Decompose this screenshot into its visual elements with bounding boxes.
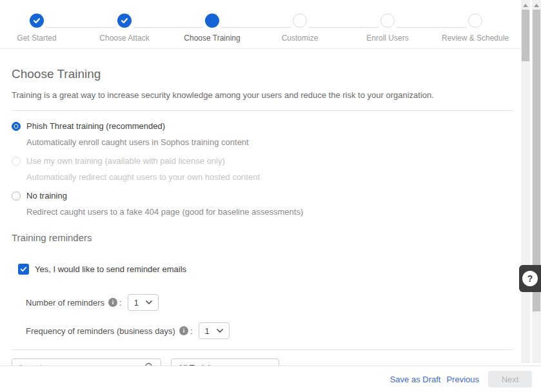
training-options-group: Phish Threat training (recommended) Auto… [0,111,521,217]
question-mark-icon: ? [522,271,538,286]
step-label: Choose Training [168,34,256,43]
step-choose-attack[interactable]: Choose Attack [81,10,168,43]
radio-selected-icon[interactable] [12,122,21,131]
step-complete-circle [30,14,44,28]
step-label: Review & Schedule [431,34,519,43]
scroll-up-arrow-icon[interactable] [534,4,539,7]
radio-no-training[interactable]: No training [12,191,509,201]
option-no-training: No training Redirect caught users to a f… [12,191,509,217]
step-active-circle [205,14,219,28]
wizard-footer: Save as Draft Previous Next [0,366,541,392]
check-icon [33,17,41,24]
main-content: Choose Training Training is a great way … [0,49,521,377]
radio-phish-threat-training[interactable]: Phish Threat training (recommended) [12,121,509,131]
number-of-reminders-row: Number of reminders i : 1 [26,294,521,311]
step-label: Enroll Users [344,34,431,43]
step-upcoming-circle [293,14,307,28]
page-title: Choose Training [12,67,509,81]
checkbox-checked-icon[interactable] [18,264,29,275]
frequency-of-reminders-select[interactable]: 1 [199,322,230,339]
colon: : [119,298,122,308]
info-icon[interactable]: i [108,298,117,307]
content-scrollbar[interactable] [521,0,530,363]
option-label: Phish Threat training (recommended) [26,121,165,131]
radio-own-training: Use my own training (available with paid… [12,156,509,166]
scroll-up-arrow-icon[interactable] [523,4,528,7]
step-choose-training[interactable]: Choose Training [168,10,256,43]
step-upcoming-circle [380,14,395,28]
option-label: No training [26,191,67,201]
step-customize: Customize [256,10,344,43]
next-button[interactable]: Next [488,371,532,387]
check-icon [121,17,128,24]
page-description: Training is a great way to increase secu… [12,90,509,100]
step-complete-circle [117,14,132,28]
frequency-of-reminders-row: Frequency of reminders (business days) i… [26,322,521,339]
step-label: Get Started [0,34,81,43]
select-value: 1 [134,298,139,308]
step-label: Choose Attack [81,34,168,43]
option-description: Redirect caught users to a fake 404 page… [26,207,509,217]
save-as-draft-link[interactable]: Save as Draft [390,375,441,384]
reminder-emails-checkbox-row[interactable]: Yes, I would like to send reminder email… [18,264,521,275]
info-icon[interactable]: i [179,326,188,335]
option-own-training: Use my own training (available with paid… [12,156,509,182]
option-phish-threat-training: Phish Threat training (recommended) Auto… [12,121,509,147]
colon: : [190,326,193,336]
option-description: Automatically redirect caught users to y… [26,172,509,182]
number-of-reminders-select[interactable]: 1 [128,294,159,311]
step-upcoming-circle [468,14,482,28]
previous-link[interactable]: Previous [446,375,479,384]
window-scrollbar[interactable] [532,0,541,363]
step-review-schedule: Review & Schedule [431,10,519,43]
step-get-started[interactable]: Get Started [0,10,81,43]
option-description: Automatically enroll caught users in Sop… [26,137,509,147]
step-label: Customize [256,34,344,43]
step-enroll-users: Enroll Users [344,10,431,43]
radio-unselected-icon[interactable] [12,191,21,201]
option-label: Use my own training (available with paid… [26,156,225,166]
number-of-reminders-label: Number of reminders [26,298,104,308]
select-value: 1 [205,326,210,336]
chevron-down-icon [146,300,152,304]
checkbox-label: Yes, I would like to send reminder email… [35,264,186,274]
help-button[interactable]: ? [519,265,541,292]
frequency-of-reminders-label: Frequency of reminders (business days) [26,326,175,336]
scrollbar-thumb[interactable] [522,10,529,61]
training-reminders-heading: Training reminders [0,226,521,243]
chevron-down-icon [217,329,223,333]
wizard-stepper: Get Started Choose Attack Choose Trainin… [0,0,530,49]
divider [12,349,513,350]
check-icon [20,266,27,273]
radio-disabled-icon [12,157,21,166]
